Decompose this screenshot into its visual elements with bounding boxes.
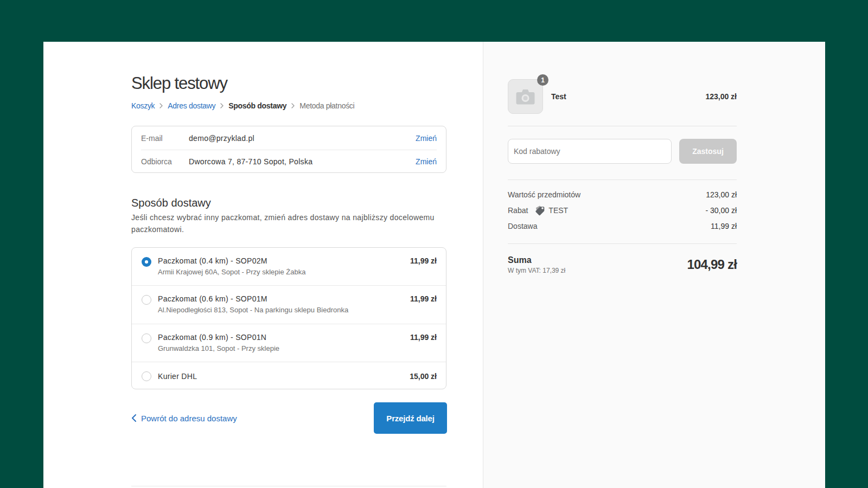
shipping-option-1[interactable]: Paczkomat (0.4 km) - SOP02M Armii Krajow… — [132, 248, 446, 285]
divider — [508, 126, 737, 126]
shipping-option-subtitle: Armii Krajowej 60A, Sopot - Przy sklepie… — [158, 267, 401, 277]
radio-selected-icon[interactable] — [142, 257, 151, 267]
vat-note: W tym VAT: 17,39 zł — [508, 266, 565, 275]
subtotal-line: Wartość przedmiotów 123,00 zł — [508, 189, 737, 200]
shipping-option-price: 11,99 zł — [410, 293, 437, 304]
checkout-panel: Sklep testowy Koszyk Adres dostawy Sposó… — [43, 42, 825, 488]
shipping-option-price: 11,99 zł — [410, 332, 437, 343]
shipping-option-3[interactable]: Paczkomat (0.9 km) - SOP01N Grunwaldzka … — [132, 324, 446, 362]
product-name: Test — [551, 92, 705, 101]
shipping-option-4[interactable]: Kurier DHL 15,00 zł — [132, 362, 446, 389]
product-price: 123,00 zł — [705, 92, 737, 101]
shipping-option-subtitle: Al.Niepodległości 813, Sopot - Na parkin… — [158, 305, 401, 315]
total-label: Suma — [508, 254, 565, 266]
subtotal-label: Wartość przedmiotów — [508, 189, 580, 200]
email-value: demo@przyklad.pl — [189, 134, 416, 143]
chevron-right-icon — [159, 103, 163, 108]
shipping-options-list: Paczkomat (0.4 km) - SOP02M Armii Krajow… — [131, 247, 446, 389]
breadcrumb-shipping-address[interactable]: Adres dostawy — [168, 100, 215, 111]
shipping-option-text: Kurier DHL — [158, 371, 401, 382]
chevron-left-icon — [131, 414, 136, 422]
discount-row: Zastosuj — [508, 139, 737, 164]
camera-placeholder-icon — [516, 89, 535, 105]
discount-tag-icon — [535, 206, 545, 216]
back-to-shipping-address-link[interactable]: Powrót do adresu dostawy — [131, 414, 237, 423]
discount-label: Rabat — [508, 205, 528, 216]
divider — [508, 179, 737, 180]
radio-icon[interactable] — [142, 333, 151, 343]
shipping-option-text: Paczkomat (0.9 km) - SOP01N Grunwaldzka … — [158, 332, 401, 354]
shipping-option-title: Paczkomat (0.6 km) - SOP01M — [158, 294, 267, 303]
order-summary-content: 1 Test 123,00 zł Zastosuj Wartość przedm… — [508, 42, 737, 275]
chevron-right-icon — [291, 103, 295, 108]
chevron-right-icon — [220, 103, 224, 108]
quantity-badge: 1 — [537, 74, 548, 86]
recipient-label: Odbiorca — [141, 157, 189, 166]
shipping-option-price: 15,00 zł — [410, 371, 437, 382]
email-label: E-mail — [141, 134, 189, 143]
shipping-option-text: Paczkomat (0.4 km) - SOP02M Armii Krajow… — [158, 255, 401, 277]
recipient-value: Dworcowa 7, 87-710 Sopot, Polska — [189, 157, 416, 166]
shipping-option-title: Paczkomat (0.4 km) - SOP02M — [158, 256, 267, 265]
main-column: Sklep testowy Koszyk Adres dostawy Sposó… — [43, 42, 483, 488]
discount-value: - 30,00 zł — [705, 205, 737, 216]
product-thumbnail-wrap: 1 — [508, 79, 543, 114]
shipping-line: Dostawa 11,99 zł — [508, 221, 737, 232]
totals-section: Wartość przedmiotów 123,00 zł Rabat TEST… — [508, 189, 737, 232]
main-content: Sklep testowy Koszyk Adres dostawy Sposó… — [131, 42, 447, 488]
shipping-option-price: 11,99 zł — [410, 255, 437, 266]
radio-icon[interactable] — [142, 295, 151, 305]
shipping-method-description: Jeśli chcesz wybrać inny paczkomat, zmie… — [131, 212, 447, 235]
total-label-block: Suma W tym VAT: 17,39 zł — [508, 254, 565, 275]
change-address-link[interactable]: Zmień — [416, 157, 437, 166]
contact-address-row: Odbiorca Dworcowa 7, 87-710 Sopot, Polsk… — [141, 150, 437, 172]
product-row: 1 Test 123,00 zł — [508, 79, 737, 114]
shipping-option-text: Paczkomat (0.6 km) - SOP01M Al.Niepodleg… — [158, 293, 401, 315]
apply-discount-button[interactable]: Zastosuj — [679, 139, 737, 164]
store-name: Sklep testowy — [131, 73, 447, 94]
actions-row: Powrót do adresu dostawy Przejdź dalej — [131, 402, 447, 434]
shipping-option-2[interactable]: Paczkomat (0.6 km) - SOP01M Al.Niepodleg… — [132, 285, 446, 324]
contact-summary-box: E-mail demo@przyklad.pl Zmień Odbiorca D… — [131, 126, 446, 173]
shipping-value: 11,99 zł — [711, 221, 737, 232]
change-email-link[interactable]: Zmień — [416, 134, 437, 143]
total-row: Suma W tym VAT: 17,39 zł 104,99 zł — [508, 254, 737, 275]
shipping-method-heading: Sposób dostawy — [131, 196, 447, 210]
divider — [508, 243, 737, 244]
shipping-option-title: Kurier DHL — [158, 372, 197, 381]
shipping-option-subtitle: Grunwaldzka 101, Sopot - Przy sklepie — [158, 344, 401, 354]
breadcrumb: Koszyk Adres dostawy Sposób dostawy Meto… — [131, 100, 447, 111]
breadcrumb-shipping-method: Sposób dostawy — [228, 100, 286, 111]
subtotal-value: 123,00 zł — [706, 189, 737, 200]
product-thumbnail — [508, 79, 543, 114]
continue-button[interactable]: Przejdź dalej — [374, 402, 447, 434]
breadcrumb-cart[interactable]: Koszyk — [131, 100, 155, 111]
discount-code: TEST — [548, 205, 568, 216]
contact-email-row: E-mail demo@przyklad.pl Zmień — [132, 126, 446, 150]
order-summary-column: 1 Test 123,00 zł Zastosuj Wartość przedm… — [483, 42, 825, 488]
shipping-label: Dostawa — [508, 221, 537, 232]
discount-line: Rabat TEST - 30,00 zł — [508, 205, 737, 216]
shipping-option-title: Paczkomat (0.9 km) - SOP01N — [158, 333, 266, 342]
breadcrumb-payment-method: Metoda płatności — [299, 100, 354, 111]
discount-code-input[interactable] — [508, 139, 672, 164]
total-value: 104,99 zł — [687, 256, 737, 273]
main-footer-divider — [131, 486, 446, 488]
radio-icon[interactable] — [142, 371, 151, 381]
